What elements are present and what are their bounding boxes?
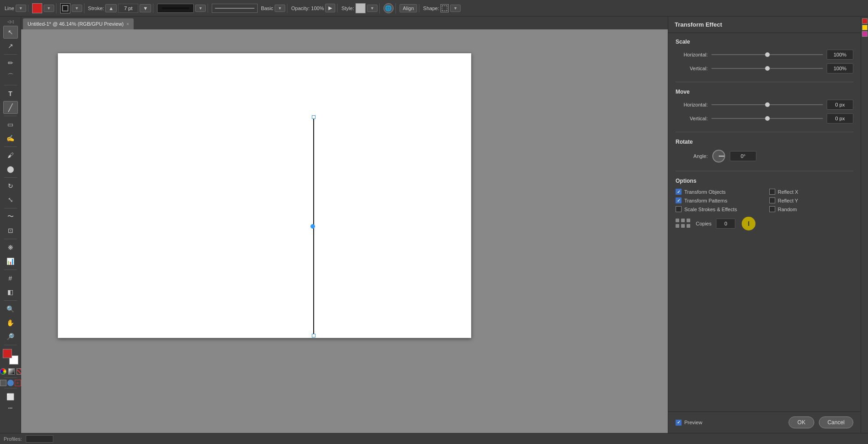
- blob-brush-tool[interactable]: ⬤: [3, 163, 18, 175]
- shape-dropdown[interactable]: ▼: [450, 5, 461, 12]
- scale-title: Scale: [676, 39, 853, 45]
- opacity-arrow[interactable]: ▶: [325, 4, 335, 12]
- angle-dial[interactable]: [712, 150, 725, 163]
- stroke-up[interactable]: ▲: [105, 4, 117, 12]
- stroke-style-dropdown[interactable]: ▼: [195, 5, 206, 12]
- canvas-handle-mid[interactable]: [310, 224, 315, 229]
- scale-tool[interactable]: ⤡: [3, 193, 18, 206]
- color-swatch-red[interactable]: [862, 18, 868, 24]
- cancel-button[interactable]: Cancel: [819, 416, 853, 428]
- symbol-tool[interactable]: ❋: [3, 241, 18, 254]
- canvas-area[interactable]: Untitled-1* @ 46.14% (RGB/GPU Preview) ×: [21, 17, 668, 433]
- artboard-tool[interactable]: ⬜: [3, 390, 18, 403]
- transform-objects-checkbox[interactable]: [676, 189, 682, 195]
- document-tab[interactable]: Untitled-1* @ 46.14% (RGB/GPU Preview) ×: [23, 18, 134, 29]
- eyedropper-tool[interactable]: 🔍: [3, 303, 18, 315]
- pen-tool[interactable]: ✏: [3, 56, 18, 69]
- stroke-down[interactable]: ▼: [140, 4, 151, 12]
- scale-strokes-checkbox[interactable]: [676, 206, 682, 212]
- column-graph-tool[interactable]: 📊: [3, 255, 18, 268]
- copies-dot-4: [676, 224, 679, 228]
- view-preview[interactable]: [7, 380, 14, 386]
- tab-close-btn[interactable]: ×: [126, 22, 129, 27]
- divider-1: [676, 82, 853, 82]
- preview-checkbox[interactable]: [676, 420, 682, 426]
- style-box[interactable]: [355, 3, 366, 13]
- stroke-value-input[interactable]: [118, 4, 138, 13]
- curvature-tool[interactable]: ⌒: [3, 70, 18, 83]
- pencil-tool[interactable]: ✍: [3, 132, 18, 145]
- more-tools[interactable]: •••: [8, 406, 12, 410]
- panel-title: Transform Effect: [675, 21, 722, 28]
- paintbrush-tool[interactable]: 🖌: [3, 149, 18, 162]
- tool-type-dropdown[interactable]: ▼: [16, 5, 26, 12]
- opacity-label: Opacity:: [291, 6, 310, 11]
- stroke-color-swatch[interactable]: [32, 3, 42, 13]
- canvas-handle-bot[interactable]: [312, 334, 316, 337]
- view-overprint[interactable]: ×: [15, 380, 21, 386]
- scale-horizontal-value[interactable]: 100%: [827, 50, 853, 60]
- scale-horizontal-track[interactable]: [711, 54, 823, 55]
- collapse-arrow[interactable]: ◁◁: [0, 18, 21, 25]
- transform-patterns-checkbox[interactable]: [676, 197, 682, 203]
- random-label: Random: [778, 207, 797, 212]
- align-button[interactable]: Align: [400, 4, 417, 12]
- stroke-preview[interactable]: [157, 4, 194, 13]
- move-vertical-thumb[interactable]: [765, 116, 770, 121]
- reflect-y-checkbox[interactable]: [769, 197, 775, 203]
- select-tool[interactable]: ↖: [3, 26, 18, 39]
- view-outline[interactable]: [0, 380, 6, 386]
- ok-button[interactable]: OK: [789, 416, 814, 428]
- copies-value[interactable]: 0: [716, 219, 735, 229]
- globe-icon[interactable]: 🌐: [383, 3, 394, 13]
- scale-vertical-value[interactable]: 100%: [827, 63, 853, 73]
- move-horizontal-track[interactable]: [711, 104, 823, 105]
- scale-vertical-track[interactable]: [711, 68, 823, 69]
- color-swatch-yellow[interactable]: [862, 25, 868, 30]
- move-vertical-track[interactable]: [711, 118, 823, 119]
- direct-select-tool[interactable]: ↗: [3, 39, 18, 52]
- random-checkbox[interactable]: [769, 206, 775, 212]
- profiles-selector[interactable]: [26, 435, 53, 443]
- divider-2: [676, 132, 853, 132]
- move-horizontal-thumb[interactable]: [765, 102, 770, 107]
- shape-icon[interactable]: [440, 4, 449, 12]
- dash-style-preview[interactable]: [212, 4, 258, 13]
- zoom-tool[interactable]: 🔎: [3, 330, 18, 343]
- fill-dropdown[interactable]: ▼: [72, 5, 82, 12]
- tool-divider-7: [4, 239, 17, 239]
- tool-type-label: Line: [5, 6, 14, 11]
- gradient-tool[interactable]: ◧: [3, 286, 18, 298]
- scale-vertical-thumb[interactable]: [765, 66, 770, 71]
- style-dropdown[interactable]: ▼: [367, 5, 378, 12]
- move-vertical-label: Vertical:: [676, 116, 708, 121]
- scale-horizontal-thumb[interactable]: [765, 52, 770, 57]
- mesh-tool[interactable]: #: [3, 272, 18, 285]
- rotate-tool[interactable]: ↻: [3, 180, 18, 192]
- hand-tool[interactable]: ✋: [3, 316, 18, 329]
- stroke-color-dropdown[interactable]: ▼: [44, 5, 54, 12]
- free-transform-tool[interactable]: ⊡: [3, 224, 18, 237]
- move-horizontal-value[interactable]: 0 px: [827, 100, 853, 110]
- stroke-line-visual: [162, 7, 189, 9]
- angle-row: Angle: 0°: [676, 150, 853, 163]
- move-vertical-value[interactable]: 0 px: [827, 113, 853, 124]
- warp-tool[interactable]: 〜: [3, 210, 18, 223]
- dash-dropdown[interactable]: ▼: [275, 5, 285, 12]
- main-area: ◁◁ ↖ ↗ ✏ ⌒ T ╱ ▭ ✍ 🖌 ⬤ ↻ ⤡ 〜 ⊡ ❋ 📊 # ◧ 🔍…: [0, 17, 868, 433]
- copies-row: Copies 0 I: [676, 217, 853, 230]
- type-tool[interactable]: T: [3, 87, 18, 100]
- options-section: Options Transform Objects Reflect X: [676, 178, 853, 230]
- rect-tool[interactable]: ▭: [3, 118, 18, 131]
- color-swatch-pink[interactable]: [862, 31, 868, 37]
- tool-divider-11: [4, 377, 17, 378]
- dash-style-group: Basic ▼: [210, 4, 287, 13]
- color-mode-color[interactable]: [0, 368, 6, 375]
- reflect-x-checkbox[interactable]: [769, 189, 775, 195]
- color-boxes[interactable]: [3, 349, 18, 365]
- angle-value[interactable]: 0°: [730, 151, 756, 161]
- line-tool[interactable]: ╱: [3, 101, 18, 114]
- canvas-handle-top[interactable]: [312, 115, 316, 119]
- fill-square-icon[interactable]: [60, 3, 70, 13]
- color-mode-gradient[interactable]: [8, 368, 15, 375]
